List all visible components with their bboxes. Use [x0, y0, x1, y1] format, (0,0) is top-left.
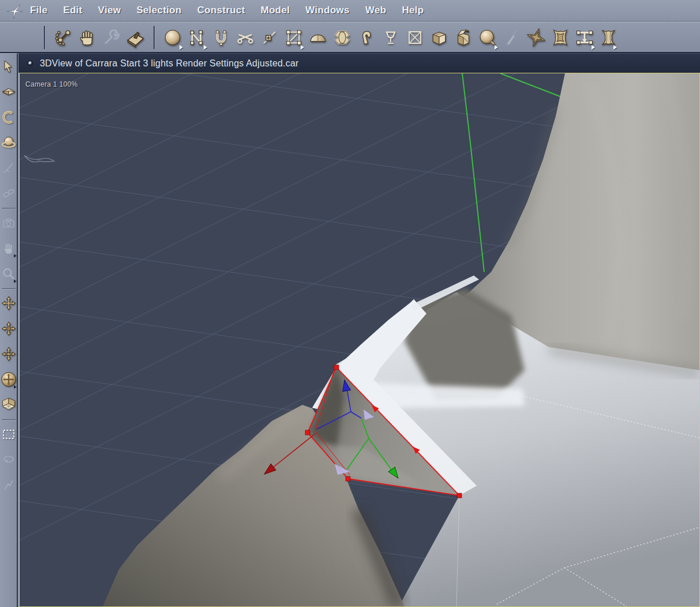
pin-add-point-tool-button[interactable]	[257, 24, 282, 51]
spline-icon	[188, 28, 206, 47]
unfold-box-icon	[454, 28, 473, 47]
carrara-logo-icon	[5, 2, 24, 20]
twist-extrude-tool-button[interactable]	[548, 24, 572, 51]
trowel-smooth-tool-button[interactable]	[123, 24, 148, 51]
wrench-icon	[102, 28, 121, 47]
sidebar-separator	[2, 288, 16, 289]
unfold-box-tool-button[interactable]	[451, 24, 476, 51]
flyout-arrow-icon	[613, 45, 617, 50]
menu-model[interactable]: Model	[261, 5, 290, 16]
rotate-tool-button[interactable]	[0, 105, 17, 130]
lathe-barrel-tool-button[interactable]	[330, 24, 354, 51]
3d-viewport[interactable]: Camera 1 100%	[19, 73, 700, 607]
knife-icon	[503, 28, 521, 47]
loft-tool-button[interactable]	[572, 24, 597, 51]
menu-bar: File Edit View Selection Construct Model…	[0, 0, 700, 21]
twist-extrude-icon	[551, 27, 570, 48]
sphere-primitive-tool-button[interactable]	[160, 24, 185, 51]
pan-view-hand-icon	[2, 241, 16, 255]
rotate-icon	[2, 110, 16, 125]
camera-icon	[1, 216, 16, 230]
scene-canvas[interactable]	[20, 73, 699, 606]
lasso-select-tool-button[interactable]	[0, 447, 17, 472]
scale-frame-tool-button[interactable]	[282, 24, 306, 51]
toolbar-separator	[154, 26, 155, 49]
dome-icon	[308, 28, 328, 47]
working-box-tool-button[interactable]	[0, 392, 17, 418]
move-3d-icon	[1, 84, 16, 99]
bank-camera-tool-button[interactable]	[0, 341, 17, 367]
trowel-icon	[125, 27, 147, 48]
flyout-arrow-icon	[495, 45, 498, 50]
scale-tool-button[interactable]	[0, 130, 17, 155]
camera-label: Camera 1 100%	[25, 80, 78, 88]
pin-icon	[261, 28, 278, 47]
flyout-arrow-icon	[14, 254, 17, 258]
scale-frame-icon	[285, 28, 303, 47]
sidebar-separator	[2, 208, 16, 208]
sweep-tool-button[interactable]	[597, 24, 619, 51]
pan-view-tool-button[interactable]	[0, 236, 17, 261]
goblet-icon	[383, 28, 399, 47]
delete-box-icon	[406, 29, 424, 46]
document-titlebar[interactable]: 3DView of Carrara Start 3 lights Render …	[18, 53, 700, 73]
marquee-select-tool-button[interactable]	[0, 422, 17, 447]
magnifier-icon	[2, 267, 16, 281]
cross-arrows-dot-icon	[1, 321, 16, 336]
smudge-sphere-icon	[478, 28, 497, 47]
smudge-sphere-tool-button[interactable]	[476, 24, 500, 51]
flyout-arrow-icon	[301, 45, 304, 50]
menu-construct[interactable]: Construct	[197, 5, 245, 16]
flyout-arrow-icon	[204, 45, 207, 50]
translate-camera-tool-button[interactable]	[0, 316, 17, 341]
marquee-icon	[1, 427, 16, 441]
scale-sphere-icon	[1, 135, 16, 150]
dome-tool-button[interactable]	[306, 24, 330, 51]
wrench-tool-button[interactable]	[99, 24, 123, 51]
menu-file[interactable]: File	[30, 5, 48, 16]
document-title: 3DView of Carrara Start 3 lights Render …	[40, 58, 299, 69]
flyout-arrow-icon	[592, 45, 595, 50]
joint-rotate-tool-button[interactable]	[51, 24, 75, 51]
flyout-arrow-icon	[14, 385, 17, 389]
bend-tube-tool-button[interactable]	[354, 24, 379, 51]
toolbar-separator	[44, 26, 45, 49]
menu-selection[interactable]: Selection	[136, 5, 181, 16]
translate-xy-tool-button[interactable]	[0, 291, 17, 316]
flyout-arrow-icon	[14, 280, 17, 283]
sphere-icon	[163, 28, 182, 47]
menu-view[interactable]: View	[98, 5, 121, 16]
goblet-lathe-tool-button[interactable]	[379, 24, 403, 51]
menu-web[interactable]: Web	[365, 5, 386, 16]
star-extrude-icon	[526, 27, 546, 48]
trackball-rotate-tool-button[interactable]	[0, 367, 17, 392]
polyline-draw-tool-button[interactable]	[0, 472, 17, 498]
menu-edit[interactable]: Edit	[63, 5, 83, 16]
modeling-toolbar	[0, 22, 700, 53]
joint-rotate-icon	[53, 28, 73, 47]
flyout-arrow-icon	[179, 45, 183, 50]
scissors-icon	[235, 29, 255, 46]
bend-tube-icon	[358, 28, 375, 47]
scissors-cut-tool-button[interactable]	[233, 24, 257, 51]
loft-icon	[575, 28, 594, 47]
pan-hand-tool-button[interactable]	[75, 24, 99, 51]
knife-tool-button[interactable]	[500, 24, 524, 51]
move-3d-tool-button[interactable]	[0, 79, 17, 105]
window-collapse-button[interactable]	[28, 61, 33, 66]
menu-windows[interactable]: Windows	[305, 5, 350, 16]
star-extrude-tool-button[interactable]	[524, 24, 548, 51]
spline-curve-tool-button[interactable]	[185, 24, 209, 51]
cube-primitive-tool-button[interactable]	[427, 24, 451, 51]
delete-box-tool-button[interactable]	[403, 24, 427, 51]
paint-tool-button[interactable]	[0, 155, 17, 181]
menu-help[interactable]: Help	[402, 5, 424, 16]
polyline-icon	[2, 478, 16, 492]
link-tool-button[interactable]	[0, 181, 17, 206]
select-arrow-tool-button[interactable]	[0, 54, 17, 79]
cross-arrows-icon	[1, 296, 16, 311]
magnet-tool-button[interactable]	[209, 24, 233, 51]
camera-tool-button[interactable]	[0, 210, 17, 236]
zoom-view-tool-button[interactable]	[0, 261, 17, 286]
cursor-arrow-icon	[2, 59, 16, 74]
